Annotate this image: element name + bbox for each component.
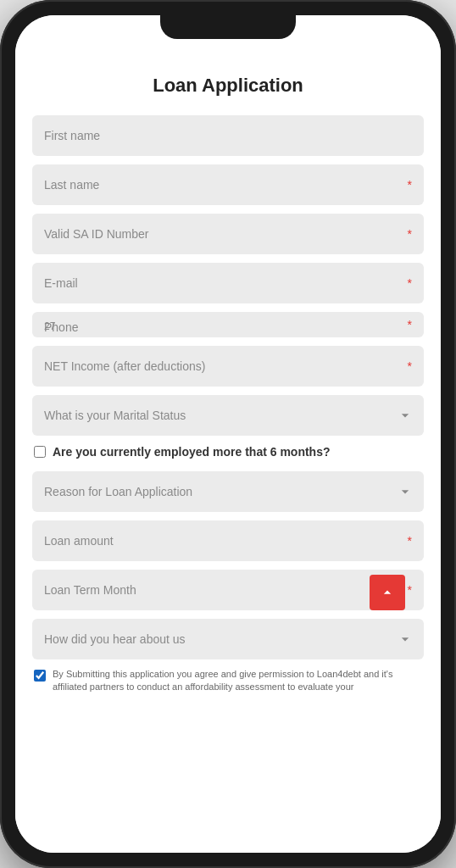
id-required: *	[408, 227, 412, 241]
employment-checkbox-row: Are you currently employed more that 6 m…	[32, 444, 424, 461]
page-title: Loan Application	[32, 75, 424, 97]
phone-input[interactable]	[32, 312, 424, 337]
phone-frame: Loan Application * * * 27 *	[0, 0, 456, 868]
loan-amount-input[interactable]	[32, 520, 424, 561]
employment-checkbox[interactable]	[34, 446, 46, 458]
consent-label[interactable]: By Submitting this application you agree…	[53, 668, 422, 694]
consent-checkbox[interactable]	[34, 670, 46, 682]
loan-amount-required: *	[408, 534, 412, 548]
chevron-up-icon	[379, 584, 396, 601]
phone-required: *	[408, 318, 412, 331]
marital-status-select[interactable]: What is your Marital Status Single Marri…	[32, 395, 424, 436]
net-income-input[interactable]	[32, 346, 424, 387]
loan-term-required: *	[408, 583, 412, 597]
net-income-required: *	[408, 359, 412, 373]
scroll-to-top-button[interactable]	[370, 575, 405, 610]
consent-row: By Submitting this application you agree…	[32, 668, 424, 762]
last-name-input[interactable]	[32, 164, 424, 205]
employment-label[interactable]: Are you currently employed more that 6 m…	[53, 444, 331, 461]
loan-reason-select[interactable]: Reason for Loan Application Personal Bus…	[32, 471, 424, 512]
hear-about-select[interactable]: How did you hear about us Google Social …	[32, 619, 424, 659]
phone-field-wrapper: 27 *	[32, 312, 424, 337]
phone-notch	[160, 15, 296, 39]
email-input[interactable]	[32, 263, 424, 303]
screen-content[interactable]: Loan Application * * * 27 *	[15, 15, 441, 853]
phone-screen: Loan Application * * * 27 *	[15, 15, 441, 853]
last-name-required: *	[408, 178, 412, 192]
phone-prefix: 27	[44, 320, 55, 332]
email-required: *	[408, 276, 412, 290]
id-number-input[interactable]	[32, 214, 424, 254]
loan-term-input[interactable]	[32, 570, 424, 610]
first-name-input[interactable]	[32, 115, 424, 156]
